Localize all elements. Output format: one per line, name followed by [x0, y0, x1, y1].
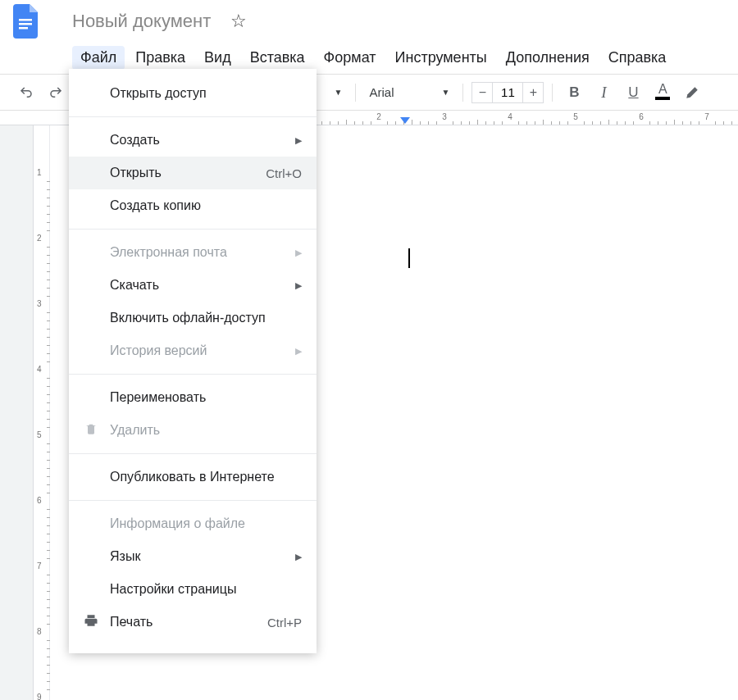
- menu-item-share[interactable]: Открыть доступ: [69, 77, 317, 110]
- menu-item-publish[interactable]: Опубликовать в Интернете: [69, 461, 317, 493]
- chevron-right-icon: ▶: [295, 248, 302, 258]
- svg-rect-0: [19, 19, 32, 21]
- svg-rect-2: [19, 27, 28, 30]
- menu-item-email: Электронная почта▶: [69, 236, 317, 269]
- shortcut-label: Ctrl+P: [267, 616, 302, 630]
- docs-logo[interactable]: [11, 2, 41, 41]
- file-menu-dropdown: Открыть доступ Создать▶ ОткрытьCtrl+O Со…: [69, 69, 317, 653]
- menu-item-open[interactable]: ОткрытьCtrl+O: [69, 157, 317, 189]
- menu-insert[interactable]: Вставка: [242, 46, 313, 70]
- chevron-right-icon: ▶: [295, 135, 302, 146]
- text-color-button[interactable]: A: [649, 80, 676, 106]
- print-icon: [82, 613, 100, 631]
- vertical-ruler[interactable]: 123456789: [34, 125, 50, 700]
- menu-tools[interactable]: Инструменты: [387, 46, 495, 70]
- font-family-label: Arial: [369, 85, 394, 99]
- highlight-button[interactable]: [679, 80, 705, 106]
- menu-help[interactable]: Справка: [600, 46, 675, 70]
- bold-button[interactable]: B: [561, 80, 587, 106]
- menu-item-offline[interactable]: Включить офлайн-доступ: [69, 302, 317, 334]
- menu-item-print[interactable]: ПечатьCtrl+P: [69, 606, 317, 639]
- indent-marker[interactable]: [400, 117, 410, 125]
- font-size-value[interactable]: 11: [493, 82, 522, 103]
- chevron-down-icon: ▼: [335, 88, 343, 97]
- chevron-right-icon: ▶: [295, 346, 302, 357]
- menu-item-version-history: История версий▶: [69, 334, 317, 367]
- menu-item-file-info: Информация о файле: [69, 507, 317, 540]
- menubar: Файл Правка Вид Вставка Формат Инструмен…: [0, 43, 738, 72]
- shortcut-label: Ctrl+O: [266, 166, 302, 180]
- menu-item-new[interactable]: Создать▶: [69, 124, 317, 157]
- menu-format[interactable]: Формат: [316, 46, 385, 70]
- menu-edit[interactable]: Правка: [127, 46, 194, 70]
- undo-button[interactable]: [13, 80, 39, 106]
- menu-item-make-copy[interactable]: Создать копию: [69, 189, 317, 222]
- menu-item-delete: Удалить: [69, 414, 317, 447]
- font-size-increase[interactable]: +: [522, 82, 544, 103]
- chevron-down-icon: ▼: [442, 88, 450, 97]
- star-icon[interactable]: ☆: [230, 11, 247, 32]
- svg-rect-1: [19, 23, 32, 25]
- chevron-right-icon: ▶: [295, 552, 302, 562]
- menu-item-page-setup[interactable]: Настройки страницы: [69, 573, 317, 606]
- menu-addons[interactable]: Дополнения: [498, 46, 598, 70]
- trash-icon: [82, 422, 100, 439]
- menu-file[interactable]: Файл: [72, 46, 125, 70]
- font-family-dropdown[interactable]: Arial ▼: [364, 85, 454, 99]
- redo-button[interactable]: [43, 80, 69, 106]
- font-size-control: − 11 +: [472, 82, 544, 103]
- text-cursor: [408, 248, 410, 268]
- underline-button[interactable]: U: [620, 80, 646, 106]
- chevron-right-icon: ▶: [295, 280, 302, 291]
- italic-button[interactable]: I: [590, 80, 617, 106]
- menu-item-download[interactable]: Скачать▶: [69, 269, 317, 302]
- menu-item-rename[interactable]: Переименовать: [69, 381, 317, 414]
- font-size-decrease[interactable]: −: [472, 82, 493, 103]
- menu-item-language[interactable]: Язык▶: [69, 540, 317, 573]
- document-title[interactable]: Новый документ: [72, 11, 211, 32]
- menu-view[interactable]: Вид: [196, 46, 239, 70]
